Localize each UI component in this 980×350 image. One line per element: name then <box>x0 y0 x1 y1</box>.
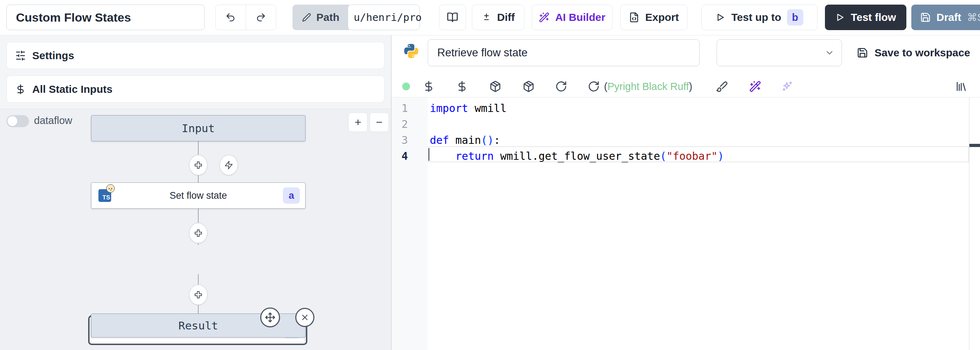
add-step-button[interactable] <box>189 284 207 305</box>
flow-title-input[interactable]: Custom Flow States <box>6 5 205 30</box>
ai-builder-button[interactable]: AI Builder <box>532 5 612 30</box>
code-line[interactable]: 1import wmill <box>391 100 969 116</box>
all-static-inputs-row[interactable]: All Static Inputs <box>6 75 385 103</box>
ai-wand-icon[interactable] <box>749 80 761 93</box>
move-icon <box>265 312 275 323</box>
dollar-icon[interactable] <box>456 80 468 93</box>
all-static-inputs-label: All Static Inputs <box>32 83 113 95</box>
flow-graph: dataflow + − Input <box>0 109 391 350</box>
bun-icon <box>106 184 115 193</box>
flow-editor-page: Custom Flow States Path u/henri/pro <box>0 0 980 350</box>
toggle-knob <box>8 116 18 126</box>
code-line[interactable]: 3def main(): <box>391 132 969 148</box>
plus-icon <box>194 290 203 299</box>
edge <box>198 274 199 284</box>
language-select[interactable] <box>717 39 842 66</box>
wand-sparkles-icon <box>539 12 549 23</box>
flow-sidebar: Settings All Static Inputs dataflow + − … <box>0 35 391 350</box>
export-button[interactable]: Export <box>620 5 687 30</box>
dataflow-toggle[interactable] <box>6 115 29 127</box>
export-label: Export <box>645 11 679 23</box>
play-icon <box>716 13 725 22</box>
step-name-input[interactable] <box>428 39 700 66</box>
test-up-to-label: Test up to <box>731 11 781 23</box>
diff-icon <box>482 13 492 22</box>
settings-label: Settings <box>32 50 74 62</box>
step-badge-b: b <box>787 9 803 26</box>
code-line[interactable]: 4 return wmill.get_flow_user_state("foob… <box>391 148 969 164</box>
dollar-icon[interactable] <box>423 80 435 93</box>
add-step-button[interactable] <box>189 223 207 243</box>
undo-icon <box>225 12 236 23</box>
lightning-icon <box>224 160 233 170</box>
code-line[interactable]: 2 <box>391 116 969 132</box>
scrollbar-cursor-marker <box>969 144 980 147</box>
editor-scrollbar[interactable] <box>969 97 969 350</box>
docs-button[interactable] <box>439 5 466 30</box>
assistant-names: Pyright Black Ruff <box>608 81 689 92</box>
plus-icon <box>194 160 203 170</box>
package-icon[interactable] <box>489 80 501 93</box>
test-up-to-button[interactable]: Test up to b <box>702 5 818 30</box>
book-open-icon <box>447 12 458 23</box>
step-node-set-flow-state[interactable]: TS Set flow state a <box>91 182 305 209</box>
package-icon[interactable] <box>523 80 535 93</box>
path-group: Path u/henri/pro <box>293 5 421 30</box>
bun-typescript-icon: TS <box>99 189 111 202</box>
diff-button[interactable]: Diff <box>472 5 524 30</box>
path-label: Path <box>316 11 339 23</box>
add-step-button[interactable] <box>189 155 207 175</box>
path-value[interactable]: u/henri/pro <box>348 5 420 30</box>
test-flow-button[interactable]: Test flow <box>825 5 906 30</box>
save-icon <box>857 47 868 58</box>
editor-toolbar: (Pyright Black Ruff) <box>391 76 980 97</box>
python-icon <box>403 43 419 59</box>
file-code-icon <box>629 12 640 23</box>
edge <box>198 305 199 314</box>
undo-button[interactable] <box>216 5 246 30</box>
line-number: 2 <box>391 116 428 132</box>
line-number: 3 <box>391 132 428 148</box>
test-flow-label: Test flow <box>851 11 896 23</box>
delete-step-button[interactable] <box>295 308 314 327</box>
code-assistants-status: (Pyright Black Ruff) <box>604 81 692 93</box>
step-label: Set flow state <box>170 190 227 201</box>
code-text: return wmill.get_flow_user_state("foobar… <box>430 148 724 164</box>
save-to-workspace-label: Save to workspace <box>875 47 970 59</box>
sparkles-icon[interactable] <box>781 80 793 93</box>
edge <box>198 141 199 155</box>
draft-shortcut: ⌘S <box>967 11 980 23</box>
edge <box>198 175 199 182</box>
redo-button[interactable] <box>246 5 276 30</box>
input-node[interactable]: Input <box>91 115 305 141</box>
library-icon[interactable] <box>955 80 967 93</box>
format-brush-icon[interactable] <box>716 80 728 93</box>
dollar-icon <box>15 84 26 94</box>
diff-label: Diff <box>497 11 515 23</box>
draft-label: Draft <box>937 11 961 23</box>
path-button[interactable]: Path <box>293 5 349 30</box>
settings-row[interactable]: Settings <box>6 42 385 69</box>
draft-save-button[interactable]: Draft ⌘S <box>911 5 980 30</box>
refresh-icon[interactable] <box>555 80 567 93</box>
step-editor-panel: Save to workspace (Pyright Black Ruff) 1… <box>391 35 980 350</box>
add-trigger-button[interactable] <box>220 155 238 175</box>
zoom-in-button[interactable]: + <box>348 113 368 132</box>
edge <box>198 209 199 223</box>
line-number: 4 <box>391 148 428 164</box>
move-step-button[interactable] <box>260 307 280 327</box>
save-to-workspace-button[interactable]: Save to workspace <box>857 43 970 63</box>
zoom-out-button[interactable]: − <box>370 113 389 132</box>
divider <box>391 97 980 97</box>
undo-redo-group <box>215 5 276 30</box>
step-badge-a: a <box>283 187 300 204</box>
code-text: import wmill <box>430 100 507 116</box>
ai-builder-label: AI Builder <box>555 11 605 23</box>
chevron-down-icon <box>824 48 835 58</box>
top-toolbar: Custom Flow States Path u/henri/pro <box>0 0 980 35</box>
line-number: 1 <box>391 100 428 116</box>
dataflow-label: dataflow <box>34 115 72 126</box>
sliders-icon <box>15 50 26 61</box>
redo-icon <box>256 12 266 23</box>
refresh-icon[interactable] <box>588 80 600 93</box>
